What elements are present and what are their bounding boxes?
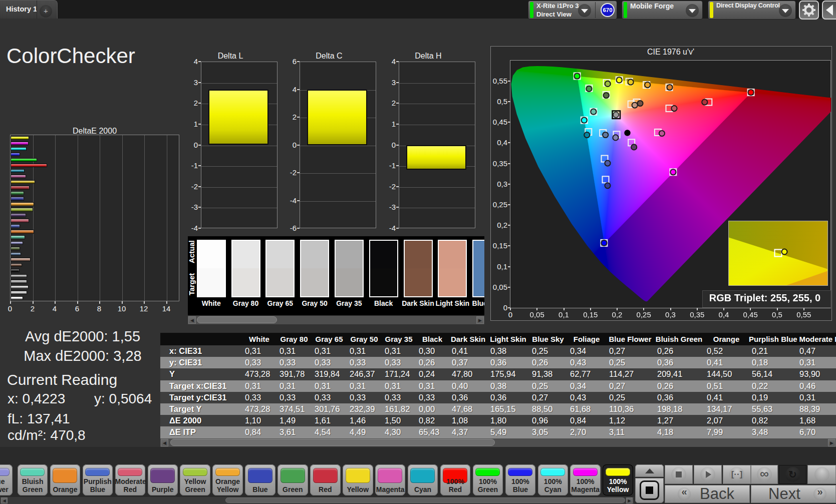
svg-text:Actual: Actual (188, 240, 196, 263)
svg-text:Target: Target (188, 273, 196, 296)
